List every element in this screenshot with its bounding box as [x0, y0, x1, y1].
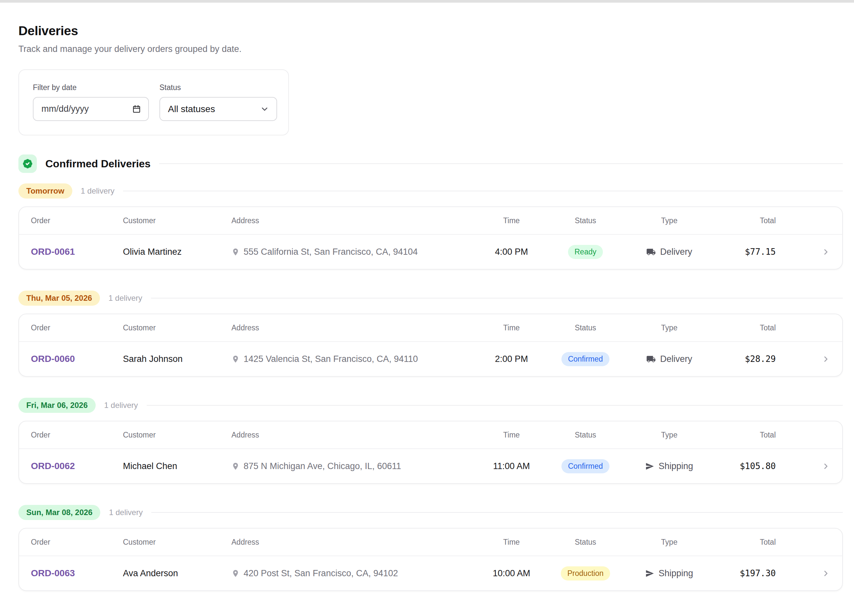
date-input-placeholder: mm/dd/yyyy	[41, 104, 89, 114]
status-cell: Confirmed	[547, 352, 623, 366]
delivery-count: 1 delivery	[81, 186, 115, 195]
divider	[151, 512, 843, 513]
column-header-total: Total	[715, 431, 794, 439]
chevron-down-icon	[260, 105, 269, 114]
address-text: 1425 Valencia St, San Francisco, CA, 941…	[244, 354, 418, 364]
deliveries-table: Order Customer Address Time Status Type …	[18, 421, 843, 484]
column-header-order: Order	[31, 431, 123, 439]
badge-check-icon	[18, 154, 37, 173]
order-link[interactable]: ORD-0061	[31, 247, 123, 257]
column-header-type: Type	[623, 538, 715, 547]
date-filter-field: Filter by date mm/dd/yyyy	[33, 83, 149, 121]
column-header-order: Order	[31, 216, 123, 225]
groups: Tomorrow 1 delivery Order Customer Addre…	[18, 183, 843, 591]
divider	[151, 298, 843, 299]
date-badge: Thu, Mar 05, 2026	[18, 291, 100, 306]
time-cell: 10:00 AM	[475, 568, 547, 578]
column-header-time: Time	[475, 431, 547, 439]
date-filter-input[interactable]: mm/dd/yyyy	[33, 97, 149, 121]
type-label: Delivery	[660, 354, 692, 364]
divider	[146, 405, 843, 406]
page-title: Deliveries	[18, 24, 843, 38]
deliveries-table: Order Customer Address Time Status Type …	[18, 314, 843, 377]
date-badge: Fri, Mar 06, 2026	[18, 398, 96, 413]
row-chevron-cell	[794, 355, 830, 364]
column-header-total: Total	[715, 538, 794, 547]
send-icon	[645, 462, 654, 471]
order-link[interactable]: ORD-0063	[31, 568, 123, 578]
column-header-type: Type	[623, 431, 715, 439]
time-cell: 11:00 AM	[475, 461, 547, 471]
chevron-right-icon[interactable]	[822, 247, 830, 256]
divider	[159, 163, 843, 164]
address-cell: 1425 Valencia St, San Francisco, CA, 941…	[232, 354, 475, 364]
total-amount: $105.80	[715, 461, 794, 471]
row-chevron-cell	[794, 569, 830, 578]
map-pin-icon	[232, 355, 239, 363]
column-header-customer: Customer	[123, 431, 232, 439]
type-cell: Shipping	[623, 568, 715, 578]
customer-name: Sarah Johnson	[123, 354, 232, 364]
truck-icon	[646, 247, 656, 257]
group-header: Thu, Mar 05, 2026 1 delivery	[18, 291, 843, 306]
truck-icon	[646, 354, 656, 364]
row-chevron-cell	[794, 462, 830, 471]
chevron-right-icon[interactable]	[822, 569, 830, 578]
chevron-right-icon[interactable]	[822, 355, 830, 364]
order-link[interactable]: ORD-0062	[31, 461, 123, 471]
date-filter-label: Filter by date	[33, 83, 149, 92]
column-header-address: Address	[232, 323, 475, 332]
chevron-right-icon[interactable]	[822, 462, 830, 471]
status-select-value: All statuses	[168, 104, 215, 114]
table-row[interactable]: ORD-0060 Sarah Johnson 1425 Valencia St,…	[19, 342, 842, 376]
column-header-type: Type	[623, 323, 715, 332]
date-badge: Tomorrow	[18, 183, 72, 198]
column-header-customer: Customer	[123, 323, 232, 332]
column-header-customer: Customer	[123, 538, 232, 547]
table-header-row: Order Customer Address Time Status Type …	[19, 529, 842, 556]
type-label: Delivery	[660, 247, 692, 257]
column-header-status: Status	[547, 431, 623, 439]
table-row[interactable]: ORD-0062 Michael Chen 875 N Michigan Ave…	[19, 449, 842, 483]
status-badge: Production	[561, 566, 610, 581]
type-cell: Delivery	[623, 247, 715, 257]
column-header-address: Address	[232, 431, 475, 439]
status-cell: Confirmed	[547, 459, 623, 473]
type-cell: Shipping	[623, 461, 715, 471]
map-pin-icon	[232, 569, 239, 578]
deliveries-table: Order Customer Address Time Status Type …	[18, 206, 843, 270]
status-badge: Confirmed	[561, 352, 610, 366]
column-header-status: Status	[547, 323, 623, 332]
status-cell: Ready	[547, 245, 623, 259]
group-header: Tomorrow 1 delivery	[18, 183, 843, 198]
table-row[interactable]: ORD-0063 Ava Anderson 420 Post St, San F…	[19, 556, 842, 590]
delivery-count: 1 delivery	[104, 401, 138, 410]
status-filter-select[interactable]: All statuses	[159, 97, 277, 121]
calendar-icon[interactable]	[132, 105, 141, 113]
date-group: Tomorrow 1 delivery Order Customer Addre…	[18, 183, 843, 270]
row-chevron-cell	[794, 247, 830, 256]
table-body: ORD-0061 Olivia Martinez 555 California …	[19, 235, 842, 269]
table-body: ORD-0062 Michael Chen 875 N Michigan Ave…	[19, 449, 842, 483]
column-header-order: Order	[31, 323, 123, 332]
filter-panel: Filter by date mm/dd/yyyy Status All sta…	[18, 69, 289, 136]
section-header: Confirmed Deliveries	[18, 154, 843, 173]
table-row[interactable]: ORD-0061 Olivia Martinez 555 California …	[19, 235, 842, 269]
column-header-status: Status	[547, 216, 623, 225]
date-group: Thu, Mar 05, 2026 1 delivery Order Custo…	[18, 291, 843, 377]
section-title: Confirmed Deliveries	[45, 158, 151, 170]
customer-name: Ava Anderson	[123, 568, 232, 578]
customer-name: Olivia Martinez	[123, 247, 232, 257]
address-text: 555 California St, San Francisco, CA, 94…	[244, 247, 418, 257]
order-link[interactable]: ORD-0060	[31, 354, 123, 364]
table-body: ORD-0063 Ava Anderson 420 Post St, San F…	[19, 556, 842, 590]
column-header-time: Time	[475, 216, 547, 225]
column-header-order: Order	[31, 538, 123, 547]
column-header-customer: Customer	[123, 216, 232, 225]
address-text: 875 N Michigan Ave, Chicago, IL, 60611	[244, 461, 401, 471]
table-header-row: Order Customer Address Time Status Type …	[19, 207, 842, 235]
address-cell: 555 California St, San Francisco, CA, 94…	[232, 247, 475, 257]
status-filter-label: Status	[159, 83, 277, 92]
column-header-address: Address	[232, 216, 475, 225]
status-filter-field: Status All statuses	[159, 83, 277, 121]
